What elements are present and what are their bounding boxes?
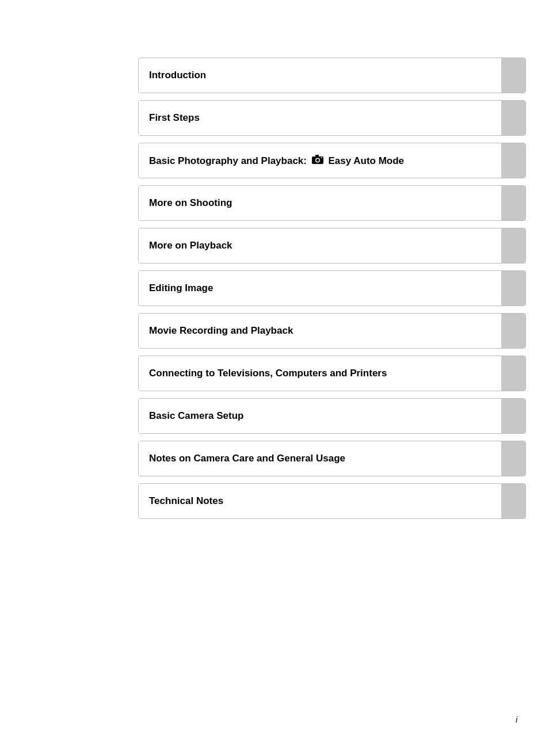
toc-item-tab-basic-photography — [501, 143, 525, 178]
toc-item-more-on-shooting[interactable]: More on Shooting — [138, 185, 526, 221]
toc-item-tab-movie-recording — [501, 314, 525, 348]
toc-item-tab-notes-camera-care — [501, 441, 525, 476]
toc-item-label-technical-notes: Technical Notes — [149, 495, 223, 507]
toc-item-label-notes-camera-care: Notes on Camera Care and General Usage — [149, 453, 345, 464]
toc-item-tab-basic-camera-setup — [501, 399, 525, 433]
toc-item-basic-photography[interactable]: Basic Photography and Playback: Easy Aut… — [138, 143, 526, 178]
toc-item-tab-first-steps — [501, 101, 525, 135]
toc-item-introduction[interactable]: Introduction — [138, 58, 526, 93]
toc-item-technical-notes[interactable]: Technical Notes — [138, 483, 526, 519]
camera-icon — [312, 155, 323, 167]
toc-item-tab-more-on-playback — [501, 228, 525, 263]
toc-item-label-introduction: Introduction — [149, 70, 206, 81]
toc-item-tab-editing-image — [501, 271, 525, 306]
toc-item-tab-introduction — [501, 58, 525, 93]
toc-item-label-more-on-shooting: More on Shooting — [149, 197, 232, 209]
toc-item-tab-connecting — [501, 356, 525, 391]
toc-item-tab-more-on-shooting — [501, 186, 525, 220]
toc-item-label-connecting: Connecting to Televisions, Computers and… — [149, 368, 387, 379]
toc-item-label-more-on-playback: More on Playback — [149, 240, 232, 251]
toc-item-editing-image[interactable]: Editing Image — [138, 270, 526, 306]
toc-item-connecting[interactable]: Connecting to Televisions, Computers and… — [138, 356, 526, 391]
toc-item-first-steps[interactable]: First Steps — [138, 100, 526, 136]
toc-item-label-first-steps: First Steps — [149, 112, 200, 124]
svg-point-2 — [316, 159, 319, 162]
svg-point-4 — [321, 157, 322, 158]
toc-item-basic-camera-setup[interactable]: Basic Camera Setup — [138, 398, 526, 434]
toc-item-label-basic-photography: Basic Photography and Playback: Easy Aut… — [149, 155, 404, 167]
toc-item-movie-recording[interactable]: Movie Recording and Playback — [138, 313, 526, 349]
toc-container: IntroductionFirst StepsBasic Photography… — [138, 58, 526, 519]
toc-item-label-basic-camera-setup: Basic Camera Setup — [149, 410, 243, 422]
page-number: i — [516, 715, 517, 724]
toc-item-tab-technical-notes — [501, 484, 525, 518]
svg-rect-3 — [315, 155, 319, 157]
toc-item-notes-camera-care[interactable]: Notes on Camera Care and General Usage — [138, 441, 526, 476]
toc-item-label-editing-image: Editing Image — [149, 282, 213, 294]
toc-item-label-movie-recording: Movie Recording and Playback — [149, 325, 293, 337]
toc-item-more-on-playback[interactable]: More on Playback — [138, 228, 526, 264]
